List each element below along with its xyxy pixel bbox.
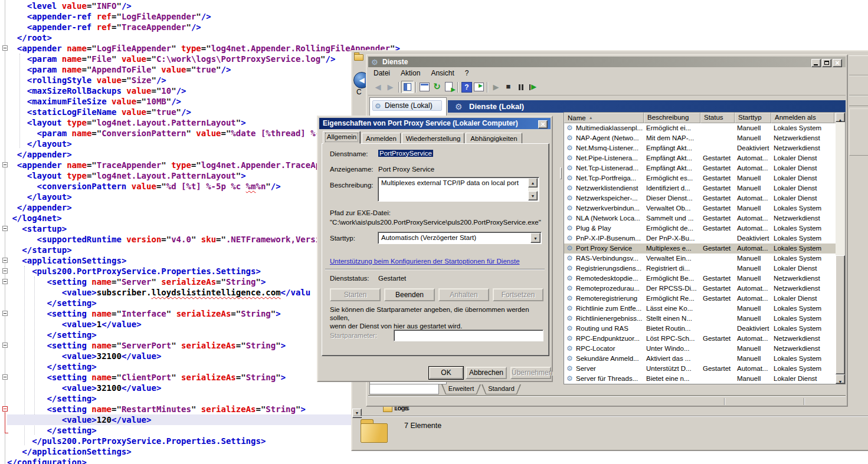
menu-item[interactable]: Aktion [395,68,425,79]
table-row[interactable]: Net.Tcp-Listenerad... Empfängt Akt... Ge… [564,163,836,173]
code-line: <setting name="RestartMinutes" serialize… [7,404,351,414]
cell-name: Net.Msmq-Listener... [576,143,643,153]
back-icon[interactable] [372,81,384,93]
ok-button[interactable]: OK [429,367,463,379]
pause-button[interactable]: Anhalten [438,288,489,301]
table-row[interactable]: Remoteregistrierung Ermöglicht Re... Ges… [564,294,836,304]
console-tree-icon[interactable] [401,81,414,93]
cell-name: Remoteprozedurau... [576,284,643,294]
code-line: <rollingStyle value="Size"/> [7,75,351,85]
table-row[interactable]: Richtlinie zum Entfe... Lässt eine Ko...… [564,304,836,314]
table-row[interactable]: RAS-Verbindungsv... Verwaltet Ein... Man… [564,254,836,264]
table-row[interactable]: Netzwerkverbindun... Verwaltet Ob... Ges… [564,203,836,213]
refresh-icon[interactable] [431,81,443,93]
table-row[interactable]: Remoteprozedurau... Der RPCSS-Di... Gest… [564,284,836,294]
cell-starttype: Manuell [737,123,771,133]
table-row[interactable]: PnP-X-IP-Busenum... Der PnP-X-Bu... Deak… [564,233,836,243]
menu-item[interactable]: Datei [368,68,395,79]
cell-starttype: Manuell [737,354,771,364]
table-row[interactable]: Netzwerkspeicher-... Dieser Dienst... Ge… [564,193,836,203]
menu-item[interactable]: Ansicht [425,68,459,79]
splitter-handle[interactable] [560,167,562,179]
extended-view-icon[interactable] [473,81,485,93]
close-button[interactable] [833,59,842,67]
start-button[interactable]: Starten [330,288,381,301]
minimize-button[interactable] [811,59,821,67]
scroll-up-icon[interactable] [528,178,538,187]
view-tab[interactable]: Erweitert [441,384,481,394]
column-header-name[interactable]: Name▲ [564,113,644,123]
cell-name: Richtlinie zum Entfe... [576,304,643,314]
view-tab[interactable]: Standard [482,384,521,394]
menu-item[interactable]: ? [460,68,474,79]
export-list-icon[interactable] [443,81,456,93]
pause-service-icon[interactable] [515,81,527,93]
cell-logon: Netzwerkdienst [774,284,835,294]
startparams-input[interactable] [394,330,543,341]
scroll-up-icon[interactable] [836,113,845,122]
tab-anmelden[interactable]: Anmelden [362,133,401,144]
service-name-value[interactable]: PortProxyService [378,150,433,157]
chevron-down-icon[interactable] [530,233,541,243]
table-row[interactable]: Netzwerklistendienst Identifiziert d... … [564,183,836,193]
table-row[interactable]: Net.Msmq-Listener... Empfängt Akt... Dea… [564,143,836,153]
services-titlebar[interactable]: ⚙ Dienste [368,57,846,67]
start-service-icon[interactable] [490,81,502,93]
stop-button[interactable]: Beenden [384,288,435,301]
tab-abhaengigkeiten[interactable]: Abhängigkeiten [466,133,522,144]
code-line: <setting name="ServerPort" serializeAs="… [7,340,351,351]
tab-allgemein[interactable]: Allgemein [323,131,361,144]
table-row[interactable]: Net.Tcp-Portfreiga... Ermöglicht es... G… [564,173,836,183]
scrollbar-thumb[interactable] [836,255,845,374]
resume-button[interactable]: Fortsetzen [493,288,543,301]
cell-starttype: Deaktiviert [737,324,771,334]
table-row[interactable]: NAP-Agent (Netwo... Mit dem NAP-... Manu… [564,133,836,143]
table-row[interactable]: Richtlinienergebniss... Stellt einen N..… [564,314,836,324]
help-icon[interactable] [460,81,473,93]
code-line: <value>32100</value> [7,351,351,361]
table-row[interactable]: NLA (Network Loca... Sammelt und ... Ges… [564,213,836,223]
restart-service-icon[interactable] [527,81,539,93]
cell-starttype: Automat... [737,243,771,254]
scroll-down-icon[interactable] [528,191,538,200]
table-row[interactable]: RPC-Locator Unter Windo... Manuell Netzw… [564,344,836,354]
scroll-down-icon[interactable] [836,374,845,384]
forward-icon[interactable] [384,81,397,93]
cell-starttype: Deaktiviert [737,233,771,243]
starttype-dropdown[interactable]: Automatisch (Verzögerter Start) [378,232,542,244]
table-row[interactable]: Remotedesktopdie... Ermöglicht Be... Ges… [564,274,836,284]
table-row[interactable]: Plug & Play Ermöglicht de... Gestartet A… [564,223,836,233]
table-row[interactable]: Port Proxy Service Multiplexes e... Gest… [564,243,836,254]
dialog-titlebar[interactable]: Eigenschaften von Port Proxy Service (Lo… [319,118,551,129]
cell-logon: Lokaler Dienst [774,264,835,274]
table-row[interactable]: Net.Pipe-Listenera... Empfängt Akt... Ge… [564,153,836,163]
dialog-close-button[interactable] [538,120,548,129]
view-tabs: Erweitert Standard [368,384,846,394]
table-row[interactable]: Routing und RAS Bietet Routin... Deaktiv… [564,324,836,334]
table-row[interactable]: Server Unterstützt D... Gestartet Automa… [564,364,836,374]
startoptions-help-link[interactable]: Unterstützung beim Konfigurieren der Sta… [330,258,520,265]
apply-button[interactable]: Übernehmen [510,367,551,379]
tab-wiederherstellung[interactable]: Wiederherstellung [402,133,464,144]
description-field[interactable]: Multiplexes external TCP/IP data on loca… [378,177,539,202]
table-row[interactable]: Server für Threads... Bietet eine n... M… [564,374,836,384]
table-row[interactable]: Multimediaklassenpl... Ermöglicht ei... … [564,123,836,133]
table-row[interactable]: Sekundäre Anmeld... Aktiviert das ... Ma… [564,354,836,364]
cell-logon: Lokaler Dienst [774,163,835,173]
cancel-button[interactable]: Abbrechen [466,367,507,379]
properties-icon[interactable] [418,81,431,93]
maximize-button[interactable] [822,59,831,67]
table-row[interactable]: Registrierungsdiens... Registriert di...… [564,264,836,274]
column-header-anmelden-als[interactable]: Anmelden als [771,113,834,123]
vertical-scrollbar[interactable] [836,113,845,384]
table-row[interactable]: RPC-Endpunktzuor... Löst RPC-Sch... Gest… [564,334,836,344]
sidebar-item-dienste-lokal[interactable]: ⚙ Dienste (Lokal) [372,100,442,111]
cell-starttype: Manuell [737,314,771,324]
cell-logon: Lokales System [774,233,835,243]
stop-service-icon[interactable] [502,81,515,93]
code-line: <setting name="Interface" serializeAs="S… [7,308,351,319]
column-header-starttyp[interactable]: Starttyp [735,113,771,123]
column-header-beschreibung[interactable]: Beschreibung [644,113,700,123]
description-scrollbar[interactable] [528,178,538,200]
column-header-status[interactable]: Status [700,113,735,123]
